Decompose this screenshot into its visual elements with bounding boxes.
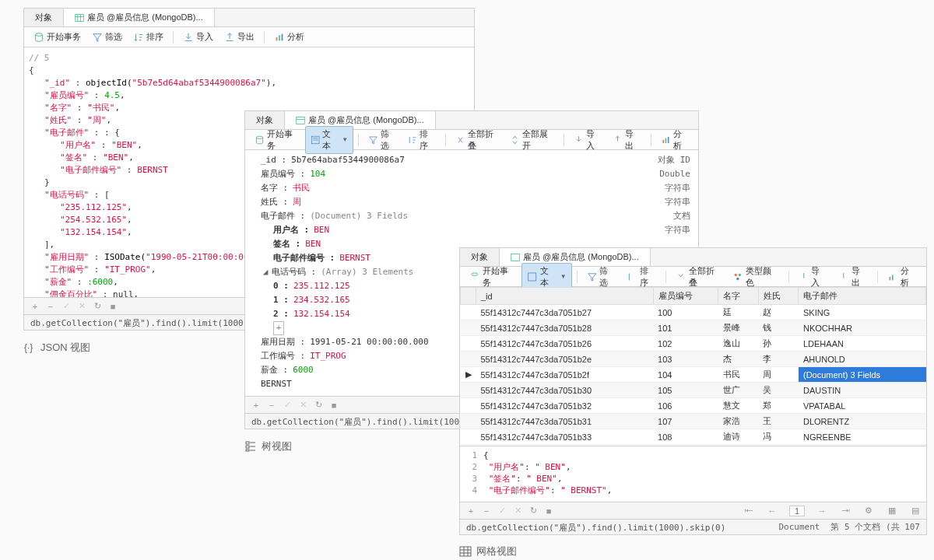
svg-rect-6 (279, 35, 280, 40)
refresh-icon[interactable]: ↻ (91, 300, 104, 313)
grid-content[interactable]: _id雇员编号名字姓氏电子邮件 55f14312c7447c3da7051b27… (460, 287, 926, 446)
sort-icon (133, 32, 144, 43)
tree-row[interactable]: _id :5b7e64abaf5344900086a7对象 ID (245, 153, 698, 167)
db-icon (33, 32, 44, 43)
tab-object[interactable]: 对象 (24, 9, 64, 26)
export-button[interactable]: 导出 (219, 30, 259, 44)
tree-caption: 树视图 (244, 439, 292, 453)
add-icon[interactable]: + (465, 505, 477, 517)
next-page-icon[interactable]: → (816, 505, 828, 517)
tree-view-icon (244, 440, 257, 453)
table-row[interactable]: 55f14312c7447c3da7051b2e103杰李AHUNOLD (461, 352, 926, 367)
expand-button[interactable]: 全部展开 (505, 127, 559, 153)
refresh-icon[interactable]: ↻ (312, 399, 325, 411)
svg-rect-0 (75, 14, 84, 21)
table-row[interactable]: 55f14312c7447c3da7051b27100廷赵SKING (461, 305, 926, 320)
last-page-icon[interactable]: ⭲ (839, 505, 851, 517)
export-button[interactable]: 导出 (608, 127, 645, 153)
grid-mode-icon[interactable]: ▦ (886, 505, 898, 517)
svg-text:{·}: {·} (24, 342, 33, 353)
add-element-button[interactable]: + (273, 321, 284, 335)
table-row[interactable]: 55f14312c7447c3da7051b32106慧文郑VPATABAL (461, 398, 926, 414)
close-icon[interactable]: ✕ (297, 399, 309, 411)
chart-icon (274, 32, 285, 43)
detail-editor[interactable]: 1{2 "用户名": " BEN",3 "签名": " BEN",4 "电子邮件… (460, 446, 926, 502)
sort-button[interactable]: 排序 (402, 127, 440, 153)
tab-data[interactable]: 雇员 @雇员信息 (MongoDB)... (64, 9, 215, 26)
expand-toggle-icon[interactable]: ◢ (261, 266, 270, 278)
import-button[interactable]: 导入 (178, 30, 218, 44)
grid-caption: 网格视图 (459, 544, 517, 558)
svg-rect-15 (662, 140, 664, 143)
stop-icon[interactable]: ■ (328, 399, 340, 411)
filter-button[interactable]: 筛选 (363, 127, 401, 153)
analyze-button[interactable]: 分析 (656, 127, 693, 153)
table-row[interactable]: 55f14312c7447c3da7051b26102逸山孙LDEHAAN (461, 336, 926, 352)
column-header[interactable]: 雇员编号 (653, 288, 718, 305)
status-position: 第 5 个文档 (共 107 (830, 521, 920, 533)
analyze-button[interactable]: 分析 (269, 30, 309, 44)
first-page-icon[interactable]: ⭰ (743, 505, 755, 517)
json-view-icon: {·} (23, 341, 36, 354)
export-button[interactable]: 导出 (834, 264, 873, 290)
export-icon (613, 135, 623, 145)
collapse-button[interactable]: 全部折叠 (671, 264, 726, 290)
toolbar: 开始事务 筛选 排序 导入 导出 分析 (24, 27, 474, 47)
page-input[interactable]: 1 (789, 506, 805, 516)
column-header[interactable]: 名字 (718, 288, 759, 305)
svg-rect-24 (511, 254, 520, 261)
column-header[interactable]: 电子邮件 (799, 288, 926, 305)
begin-transaction-button[interactable]: 开始事务 (465, 264, 520, 290)
settings-icon[interactable]: ⚙ (862, 505, 875, 517)
tree-row[interactable]: 用户名 :BEN字符串 (245, 223, 698, 237)
check-icon[interactable]: ✓ (281, 399, 293, 411)
collapse-icon (676, 271, 686, 282)
chart-icon (661, 135, 671, 145)
tree-row[interactable]: 雇员编号 :104Double (245, 167, 698, 181)
close-icon[interactable]: ✕ (511, 505, 524, 517)
add-icon[interactable]: + (250, 399, 262, 411)
add-icon[interactable]: + (29, 300, 41, 313)
import-icon (799, 271, 809, 282)
remove-icon[interactable]: − (265, 399, 278, 411)
collapse-icon (455, 135, 465, 145)
stop-icon[interactable]: ■ (542, 505, 555, 517)
table-row[interactable]: 55f14312c7447c3da7051b31107家浩王DLORENTZ (461, 414, 926, 429)
typecolor-button[interactable]: 类型颜色 (728, 264, 783, 290)
import-button[interactable]: 导入 (794, 264, 833, 290)
analyze-button[interactable]: 分析 (883, 264, 922, 290)
collapse-button[interactable]: 全部折叠 (451, 127, 504, 153)
filter-icon (368, 135, 378, 145)
check-icon[interactable]: ✓ (496, 505, 508, 517)
text-icon (311, 135, 321, 145)
remove-icon[interactable]: − (480, 505, 493, 517)
tree-row[interactable]: 名字 :书民字符串 (245, 181, 698, 195)
column-header[interactable]: _id (476, 288, 654, 305)
tree-row[interactable]: 电子邮件 :(Document) 3 Fields文档 (245, 209, 698, 223)
prev-page-icon[interactable]: ← (766, 505, 778, 517)
begin-transaction-button[interactable]: 开始事务 (250, 127, 304, 153)
table-row[interactable]: 55f14312c7447c3da7051b28101景峰钱NKOCHHAR (461, 320, 926, 336)
table-row[interactable]: ▶55f14312c7447c3da7051b2f104书民周(Document… (461, 367, 926, 383)
stop-icon[interactable]: ■ (107, 300, 119, 313)
remove-icon[interactable]: − (44, 300, 57, 313)
export-icon (838, 271, 849, 282)
tree-row[interactable]: 姓氏 :周字符串 (245, 195, 698, 209)
db-icon (255, 135, 265, 145)
data-grid[interactable]: _id雇员编号名字姓氏电子邮件 55f14312c7447c3da7051b27… (460, 287, 926, 446)
column-header[interactable]: 姓氏 (758, 288, 799, 305)
begin-transaction-button[interactable]: 开始事务 (29, 30, 86, 44)
sort-button[interactable]: 排序 (128, 30, 168, 44)
close-icon[interactable]: ✕ (75, 300, 88, 313)
form-mode-icon[interactable]: ▤ (909, 505, 922, 517)
import-button[interactable]: 导入 (569, 127, 606, 153)
sort-button[interactable]: 排序 (622, 264, 661, 290)
refresh-icon[interactable]: ↻ (527, 505, 539, 517)
check-icon[interactable]: ✓ (60, 300, 72, 313)
table-row[interactable]: 55f14312c7447c3da7051b30105世广吴DAUSTIN (461, 383, 926, 398)
grid-view-icon (459, 545, 472, 558)
table-row[interactable]: 55f14312c7447c3da7051b33108迪诗冯NGREENBE (461, 429, 926, 445)
sort-icon (407, 135, 417, 145)
filter-button[interactable]: 筛选 (87, 30, 127, 44)
filter-button[interactable]: 筛选 (582, 264, 621, 290)
